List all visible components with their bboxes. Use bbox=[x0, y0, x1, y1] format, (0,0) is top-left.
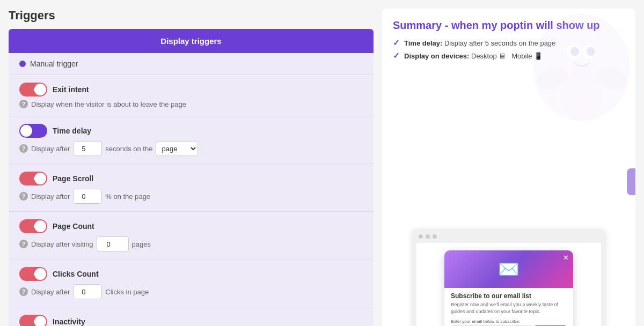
time-delay-section: ON Time delay ? Display after seconds on… bbox=[9, 116, 374, 164]
time-delay-help-icon[interactable]: ? bbox=[19, 144, 28, 153]
poptin-title: Subscribe to our email list bbox=[451, 292, 567, 300]
page-count-display-after-label: Display after visiting bbox=[31, 240, 93, 248]
check-icon-time-delay: ✓ bbox=[393, 38, 400, 48]
preview-area: ✕ ✉️ Subscribe to our email list Registe… bbox=[393, 67, 625, 326]
time-delay-value-input[interactable] bbox=[73, 141, 102, 156]
page-title: Triggers bbox=[9, 9, 374, 23]
exit-intent-toggle[interactable]: OFF bbox=[19, 83, 47, 97]
poptin-close-icon[interactable]: ✕ bbox=[563, 254, 569, 262]
svg-point-5 bbox=[587, 47, 595, 56]
page-scroll-help-icon[interactable]: ? bbox=[19, 192, 28, 201]
browser-content: ✕ ✉️ Subscribe to our email list Registe… bbox=[416, 243, 601, 326]
page-scroll-section: OFF Page Scroll ? Display after % on the… bbox=[9, 164, 374, 212]
poptin-envelope-icon: ✉️ bbox=[498, 259, 519, 279]
scroll-indicator bbox=[627, 168, 635, 195]
inactivity-toggle[interactable]: OFF bbox=[19, 315, 47, 326]
exit-intent-desc: Display when the visitor is about to lea… bbox=[31, 100, 186, 108]
exit-intent-name: Exit intent bbox=[53, 85, 89, 94]
time-delay-middle-text: seconds on the bbox=[105, 145, 152, 153]
exit-intent-help-icon[interactable]: ? bbox=[19, 100, 28, 108]
page-count-suffix: pages bbox=[132, 240, 151, 248]
poptin-subtitle: Register now and we'll email you a weekl… bbox=[451, 301, 567, 315]
browser-top-bar bbox=[416, 233, 601, 240]
svg-point-4 bbox=[570, 47, 579, 56]
poptin-body: Subscribe to our email list Register now… bbox=[444, 288, 573, 326]
manual-dot bbox=[19, 61, 26, 67]
clicks-count-suffix: Clicks in page bbox=[105, 288, 149, 296]
page-scroll-value-input[interactable] bbox=[73, 189, 102, 204]
inactivity-section: OFF Inactivity ? Display after seconds a… bbox=[9, 307, 374, 326]
display-triggers-header: Display triggers bbox=[9, 29, 374, 53]
clicks-count-value-input[interactable] bbox=[73, 284, 102, 299]
browser-mock: ✕ ✉️ Subscribe to our email list Registe… bbox=[412, 229, 605, 326]
triggers-card: Display triggers Manual trigger OFF bbox=[9, 29, 374, 326]
time-delay-scope-select[interactable]: page session visit bbox=[156, 141, 198, 156]
clicks-count-toggle[interactable]: OFF bbox=[19, 267, 47, 281]
left-panel: Triggers Display triggers Manual trigger… bbox=[9, 9, 374, 326]
page-scroll-name: Page Scroll bbox=[53, 174, 93, 183]
time-delay-display-after-label: Display after bbox=[31, 145, 70, 153]
page-count-value-input[interactable] bbox=[97, 236, 129, 251]
poptin-header: ✕ ✉️ bbox=[444, 250, 573, 288]
page-scroll-suffix: % on the page bbox=[105, 192, 150, 201]
clicks-count-display-after-label: Display after bbox=[31, 288, 70, 296]
page-scroll-toggle[interactable]: OFF bbox=[19, 172, 47, 186]
manual-trigger-label: Manual trigger bbox=[30, 60, 78, 68]
browser-dot-1 bbox=[419, 234, 423, 239]
browser-dot-3 bbox=[433, 234, 437, 239]
right-panel: Summary - when my poptin will show up ✓ … bbox=[382, 9, 635, 326]
page-count-name: Page Count bbox=[53, 222, 94, 231]
page-scroll-display-after-label: Display after bbox=[31, 192, 70, 201]
clicks-count-section: OFF Clicks Count ? Display after Clicks … bbox=[9, 260, 374, 307]
exit-intent-section: OFF Exit intent ? Display when the visit… bbox=[9, 75, 374, 116]
check-icon-devices: ✓ bbox=[393, 51, 400, 61]
manual-trigger-row: Manual trigger bbox=[9, 53, 374, 75]
clicks-count-name: Clicks Count bbox=[53, 270, 99, 278]
inactivity-name: Inactivity bbox=[53, 317, 85, 326]
browser-dot-2 bbox=[426, 234, 430, 239]
triggers-body: Manual trigger OFF Exit intent bbox=[9, 53, 374, 326]
poptin-email-label: Enter your email below to subscribe: bbox=[451, 319, 567, 324]
page-count-help-icon[interactable]: ? bbox=[19, 240, 28, 248]
poptin-card: ✕ ✉️ Subscribe to our email list Registe… bbox=[444, 250, 573, 326]
clicks-count-help-icon[interactable]: ? bbox=[19, 287, 28, 296]
page-count-section: OFF Page Count ? Display after visiting … bbox=[9, 212, 374, 260]
time-delay-toggle[interactable]: ON bbox=[19, 124, 47, 138]
time-delay-name: Time delay bbox=[53, 127, 91, 135]
page-count-toggle[interactable]: OFF bbox=[19, 219, 47, 233]
